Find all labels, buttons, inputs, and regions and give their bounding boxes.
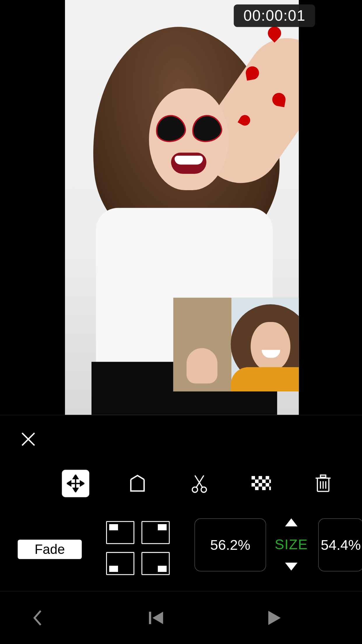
tool-move[interactable]	[62, 470, 89, 497]
pip-overlay-clip[interactable]	[173, 298, 299, 391]
svg-rect-22	[255, 487, 259, 490]
skip-previous-button[interactable]	[143, 604, 169, 631]
size-stepper: SIZE	[271, 518, 311, 570]
svg-marker-4	[73, 475, 78, 479]
svg-rect-23	[262, 487, 266, 490]
trash-icon	[315, 474, 332, 493]
move-icon	[67, 475, 85, 492]
scissors-icon	[191, 474, 208, 493]
pip-align-grid	[106, 521, 168, 573]
svg-line-11	[195, 475, 203, 487]
main-clip[interactable]	[65, 0, 299, 415]
svg-point-9	[201, 487, 206, 492]
play-button[interactable]	[261, 604, 288, 631]
tool-delete[interactable]	[310, 470, 337, 497]
play-icon	[266, 609, 282, 626]
transition-chip[interactable]: Fade	[18, 540, 82, 559]
primary-percent-box[interactable]: 56.2%	[194, 518, 266, 571]
skip-previous-icon	[147, 610, 165, 626]
svg-rect-30	[320, 475, 326, 477]
svg-rect-24	[269, 487, 271, 490]
svg-rect-21	[266, 483, 269, 487]
size-label: SIZE	[275, 536, 308, 553]
svg-marker-7	[80, 481, 84, 486]
tool-mask[interactable]	[124, 470, 151, 497]
secondary-percent-box[interactable]: 54.4%	[318, 518, 362, 571]
svg-rect-14	[259, 476, 262, 480]
svg-rect-19	[252, 483, 255, 487]
svg-marker-5	[73, 488, 78, 492]
tool-row	[0, 459, 362, 508]
tool-trim[interactable]	[186, 470, 213, 497]
svg-point-8	[192, 487, 198, 492]
edit-panel-header	[0, 415, 362, 459]
svg-rect-18	[269, 480, 271, 483]
svg-rect-15	[266, 476, 269, 480]
tool-chroma[interactable]	[247, 470, 275, 497]
timecode-badge: 00:00:01	[234, 4, 315, 27]
svg-rect-16	[255, 480, 259, 483]
chevron-left-icon	[31, 608, 43, 627]
align-top-right[interactable]	[141, 521, 170, 544]
video-preview[interactable]: 00:00:01	[0, 0, 362, 415]
close-icon	[20, 430, 37, 448]
svg-marker-6	[67, 481, 71, 486]
mask-icon	[128, 474, 147, 493]
align-bottom-left[interactable]	[106, 552, 134, 575]
align-bottom-right[interactable]	[141, 552, 170, 575]
cancel-button[interactable]	[15, 426, 42, 452]
svg-line-10	[196, 475, 204, 487]
checker-icon	[252, 476, 271, 491]
bottom-bar	[0, 591, 362, 644]
size-up-button[interactable]	[285, 518, 297, 526]
svg-rect-31	[149, 612, 151, 624]
svg-marker-32	[152, 612, 163, 624]
align-top-left[interactable]	[106, 521, 134, 544]
back-button[interactable]	[24, 604, 50, 631]
svg-marker-33	[268, 611, 281, 625]
svg-rect-20	[259, 483, 262, 487]
size-down-button[interactable]	[285, 563, 297, 570]
svg-rect-17	[262, 480, 266, 483]
svg-rect-13	[252, 476, 255, 480]
controls-row: Fade 56.2% SIZE 54.4%	[0, 513, 362, 593]
